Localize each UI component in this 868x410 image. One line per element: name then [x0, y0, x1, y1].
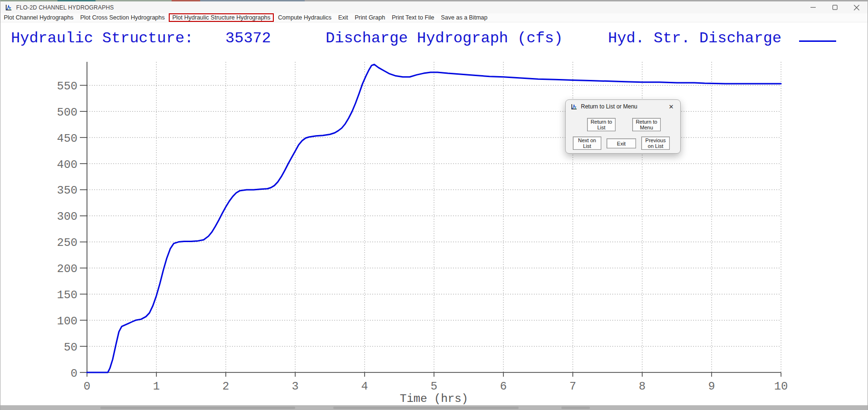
exit-button[interactable]: Exit	[607, 138, 636, 148]
menu-plot-channel-hydrographs[interactable]: Plot Channel Hydrographs	[0, 14, 77, 21]
title-bar: FLO-2D CHANNEL HYDROGRAPHS	[0, 1, 868, 13]
svg-text:50: 50	[64, 341, 77, 354]
svg-text:2: 2	[222, 380, 229, 393]
taskbar-smudge	[561, 407, 590, 409]
minimize-icon	[810, 5, 816, 10]
menu-bar: Plot Channel Hydrographs Plot Cross Sect…	[0, 13, 868, 22]
svg-text:300: 300	[57, 210, 77, 223]
svg-text:500: 500	[57, 106, 77, 119]
menu-print-graph[interactable]: Print Graph	[351, 14, 388, 21]
svg-text:150: 150	[57, 289, 77, 302]
svg-text:5: 5	[431, 380, 437, 393]
hydrograph-chart: 0501001502002503003504004505005500123456…	[0, 0, 868, 410]
svg-text:100: 100	[57, 315, 77, 328]
chart-title: Discharge Hydrograph (cfs)	[326, 29, 563, 47]
window-controls	[802, 1, 868, 13]
close-button[interactable]	[846, 1, 868, 13]
structure-label: Hydraulic Structure:	[11, 29, 193, 47]
dialog-close-icon[interactable]: ✕	[667, 102, 675, 111]
menu-save-as-bitmap[interactable]: Save as a Bitmap	[438, 14, 491, 21]
svg-text:Time (hrs): Time (hrs)	[400, 392, 468, 405]
return-to-menu-button[interactable]: Return to Menu	[632, 118, 661, 131]
svg-text:350: 350	[57, 184, 77, 197]
next-on-list-button[interactable]: Next on List	[573, 137, 601, 150]
taskbar-strip	[0, 405, 868, 410]
svg-text:10: 10	[774, 380, 788, 393]
svg-text:400: 400	[57, 158, 77, 171]
menu-plot-cross-section-hydrographs[interactable]: Plot Cross Section Hydrographs	[77, 14, 168, 21]
svg-text:200: 200	[57, 263, 77, 275]
svg-text:0: 0	[71, 367, 77, 380]
svg-text:9: 9	[708, 380, 715, 393]
app-window: FLO-2D CHANNEL HYDROGRAPHS Plot Channel …	[0, 0, 868, 410]
menu-plot-hydraulic-structure-hydrographs[interactable]: Plot Hydraulic Structure Hydrographs	[169, 13, 273, 22]
menu-exit[interactable]: Exit	[335, 14, 351, 21]
svg-text:1: 1	[153, 380, 160, 393]
app-logo-icon	[5, 4, 12, 11]
dialog-title: Return to List or Menu	[581, 103, 637, 110]
svg-text:7: 7	[569, 380, 576, 393]
return-to-list-button[interactable]: Return to List	[587, 118, 616, 131]
minimize-button[interactable]	[802, 1, 824, 13]
svg-text:8: 8	[639, 380, 646, 393]
svg-text:450: 450	[57, 132, 77, 145]
svg-text:3: 3	[292, 380, 299, 393]
menu-print-text-to-file[interactable]: Print Text to File	[388, 14, 437, 21]
svg-text:6: 6	[500, 380, 507, 393]
structure-value: 35372	[225, 29, 271, 47]
taskbar-smudge	[333, 407, 519, 409]
legend-line-sample	[799, 40, 836, 42]
window-title: FLO-2D CHANNEL HYDROGRAPHS	[16, 4, 114, 11]
dialog-logo-icon	[570, 103, 578, 110]
maximize-icon	[832, 5, 838, 10]
maximize-button[interactable]	[824, 1, 846, 13]
taskbar-smudge	[100, 407, 295, 409]
close-icon	[854, 5, 859, 10]
svg-text:250: 250	[57, 236, 77, 249]
svg-text:4: 4	[361, 380, 368, 393]
svg-text:550: 550	[57, 80, 77, 93]
return-dialog: Return to List or Menu ✕ Return to List …	[565, 99, 681, 154]
previous-on-list-button[interactable]: Previous on List	[641, 137, 670, 150]
svg-text:0: 0	[84, 380, 90, 393]
menu-compute-hydraulics[interactable]: Compute Hydraulics	[275, 14, 335, 21]
legend-label: Hyd. Str. Discharge	[608, 29, 781, 47]
